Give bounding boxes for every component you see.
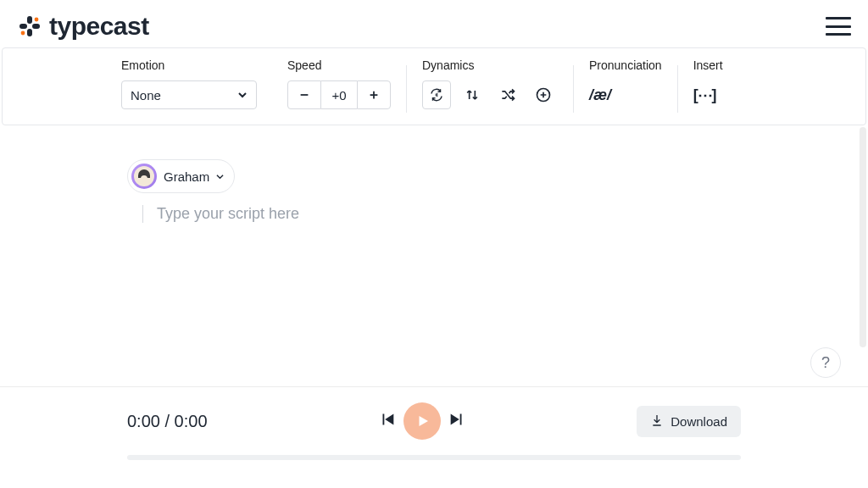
- toolbar: Emotion None Speed +0 Dynamics: [2, 47, 866, 125]
- emotion-selected-value: None: [131, 88, 161, 103]
- play-button[interactable]: [403, 402, 441, 440]
- pronunciation-label: Pronunciation: [589, 58, 662, 72]
- pronunciation-group: Pronunciation /æ/: [574, 58, 677, 109]
- insert-symbol: [⋯]: [693, 86, 716, 104]
- voice-name: Graham: [164, 169, 209, 184]
- speed-group: Speed +0: [272, 58, 406, 109]
- logo-wordmark: typecast: [49, 14, 149, 39]
- emotion-select[interactable]: None: [121, 80, 257, 109]
- download-label: Download: [670, 414, 727, 429]
- insert-label: Insert: [693, 58, 723, 72]
- speed-label: Speed: [287, 58, 391, 72]
- emotion-label: Emotion: [121, 58, 257, 72]
- insert-button[interactable]: [⋯]: [693, 80, 723, 109]
- speed-increase-button[interactable]: [357, 80, 391, 109]
- script-input[interactable]: [157, 205, 665, 223]
- caret-down-icon: [216, 169, 224, 184]
- svg-point-5: [21, 31, 25, 36]
- playback-time: 0:00 / 0:00: [127, 412, 208, 431]
- pronunciation-symbol: /æ/: [589, 86, 611, 104]
- avatar: [131, 164, 157, 189]
- current-time: 0:00: [127, 412, 160, 430]
- speed-value: +0: [321, 80, 357, 109]
- svg-rect-3: [27, 16, 32, 24]
- dynamics-pitch-button[interactable]: [458, 80, 487, 109]
- scrollbar[interactable]: [860, 127, 866, 347]
- insert-group: Insert [⋯]: [678, 58, 738, 109]
- player-bar: 0:00 / 0:00 Download: [0, 387, 868, 440]
- previous-button[interactable]: [378, 410, 397, 432]
- chevron-down-icon: [237, 88, 248, 103]
- download-button[interactable]: Download: [637, 406, 741, 437]
- svg-rect-0: [32, 24, 40, 29]
- logo-mark-icon: [17, 14, 42, 39]
- dynamics-label: Dynamics: [422, 58, 558, 72]
- editor-area: Graham ?: [0, 125, 868, 380]
- voice-selector[interactable]: Graham: [127, 159, 235, 193]
- pronunciation-button[interactable]: /æ/: [589, 80, 662, 109]
- help-button[interactable]: ?: [810, 347, 841, 378]
- svg-rect-1: [27, 29, 32, 36]
- speed-decrease-button[interactable]: [287, 80, 321, 109]
- dynamics-regenerate-button[interactable]: [422, 80, 451, 109]
- download-icon: [650, 413, 664, 430]
- emotion-group: Emotion None: [121, 58, 272, 109]
- help-label: ?: [821, 354, 830, 372]
- progress-bar[interactable]: [127, 455, 741, 460]
- menu-button[interactable]: [826, 17, 851, 36]
- total-time: 0:00: [175, 412, 208, 430]
- dynamics-group: Dynamics: [407, 58, 573, 109]
- logo: typecast: [17, 14, 149, 39]
- next-button[interactable]: [448, 410, 466, 432]
- svg-rect-2: [19, 24, 27, 29]
- dynamics-add-button[interactable]: [529, 80, 558, 109]
- dynamics-shuffle-button[interactable]: [493, 80, 522, 109]
- svg-point-4: [35, 18, 39, 22]
